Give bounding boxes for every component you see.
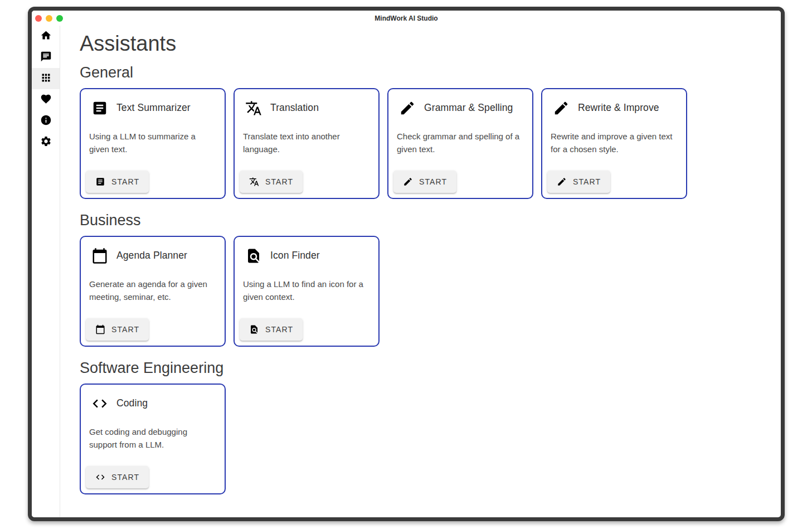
card-header: Translation [245,100,369,117]
card-header: Grammar & Spelling [399,100,523,117]
document-icon [91,100,108,117]
card-header: Icon Finder [245,247,369,264]
calendar-icon [95,324,105,334]
card-title: Rewrite & Improve [578,102,659,114]
start-button-label: START [419,177,447,186]
assistant-card-grammar-spelling: Grammar & Spelling Check grammar and spe… [387,88,533,199]
pencil-icon [553,100,570,117]
start-button-grammar-spelling[interactable]: START [393,171,456,193]
card-description: Using a LLM to find an icon for a given … [243,278,371,303]
card-header: Agenda Planner [91,247,216,264]
section-heading-general: General [80,64,770,81]
code-icon [95,472,105,482]
page-title: Assistants [80,31,770,57]
home-icon [40,30,52,43]
card-description: Generate an agenda for a given meeting, … [89,278,217,303]
start-button-coding[interactable]: START [86,466,149,488]
pencil-icon [399,100,416,117]
document-icon [95,177,105,187]
gear-icon [40,135,52,149]
card-header: Coding [91,395,216,412]
card-title: Agenda Planner [116,250,187,261]
start-button-label: START [265,177,293,186]
card-row-general: Text Summarizer Using a LLM to summarize… [80,88,770,199]
start-button-label: START [265,325,293,334]
apps-grid-icon [40,72,52,86]
main-content: Assistants General Text Summarizer Using… [60,26,781,517]
assistant-card-translation: Translation Translate text into another … [234,88,380,199]
sidebar-item-home[interactable] [32,26,60,47]
section-heading-software-engineering: Software Engineering [80,360,770,377]
assistant-card-agenda-planner: Agenda Planner Generate an agenda for a … [80,236,226,347]
card-header: Rewrite & Improve [553,100,677,117]
start-button-text-summarizer[interactable]: START [86,171,149,193]
sidebar-item-about[interactable] [32,110,60,132]
start-button-rewrite-improve[interactable]: START [547,171,610,193]
find-in-page-icon [249,324,259,334]
sidebar-item-favorites[interactable] [32,89,60,110]
card-title: Icon Finder [270,250,320,261]
window-title: MindWork AI Studio [32,14,781,22]
start-button-label: START [111,325,139,334]
card-description: Check grammar and spelling of a given te… [397,130,524,156]
pencil-icon [557,177,567,187]
assistant-card-coding: Coding Get coding and debugging support … [80,384,226,494]
card-description: Translate text into another language. [243,130,371,156]
pencil-icon [403,177,413,187]
assistant-card-rewrite-improve: Rewrite & Improve Rewrite and improve a … [541,88,687,199]
chat-icon [40,51,52,65]
section-heading-business: Business [80,212,770,229]
code-icon [91,395,108,412]
start-button-label: START [111,177,139,186]
card-row-business: Agenda Planner Generate an agenda for a … [80,236,770,347]
card-title: Coding [116,397,148,409]
sidebar-item-settings[interactable] [32,132,60,153]
start-button-label: START [111,473,139,482]
card-title: Text Summarizer [116,102,191,114]
card-row-software-engineering: Coding Get coding and debugging support … [80,384,770,494]
card-description: Using a LLM to summarize a given text. [89,130,217,156]
start-button-icon-finder[interactable]: START [240,318,303,341]
info-icon [40,114,52,128]
heart-icon [40,93,52,107]
card-description: Get coding and debugging support from a … [89,425,217,451]
sidebar-item-chat[interactable] [32,47,60,68]
start-button-label: START [573,177,601,186]
card-description: Rewrite and improve a given text for a c… [551,130,678,156]
card-title: Grammar & Spelling [424,102,513,114]
find-in-page-icon [245,247,262,264]
card-title: Translation [270,102,319,114]
title-bar: MindWork AI Studio [32,11,781,26]
start-button-agenda-planner[interactable]: START [86,318,149,341]
card-header: Text Summarizer [91,100,216,117]
sidebar [32,26,60,517]
assistant-card-icon-finder: Icon Finder Using a LLM to find an icon … [234,236,380,347]
start-button-translation[interactable]: START [240,171,303,193]
app-window: MindWork AI Studio Assistants [28,7,785,521]
calendar-icon [91,247,108,264]
translate-icon [245,100,262,117]
sidebar-item-assistants[interactable] [32,68,60,89]
assistant-card-text-summarizer: Text Summarizer Using a LLM to summarize… [80,88,226,199]
translate-icon [249,177,259,187]
